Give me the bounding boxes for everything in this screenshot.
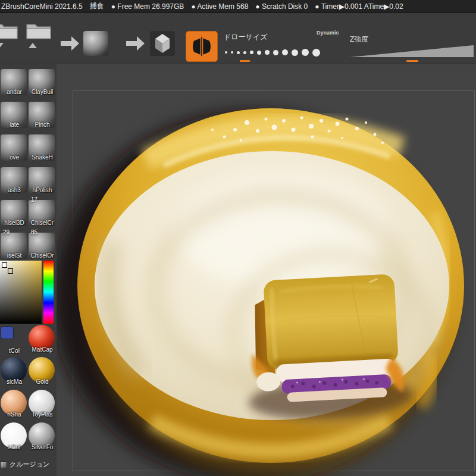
brush-label: andar <box>1 89 28 95</box>
brush-item-chiselorganic[interactable]: 85 ChiselOr <box>29 233 55 259</box>
primitive-cube-button[interactable] <box>150 31 175 56</box>
arrow-right-icon <box>61 36 80 54</box>
brush-label: ChiselCr <box>29 220 56 226</box>
sandwich-piece <box>242 273 414 423</box>
material-label: Gold <box>29 378 56 385</box>
occlusion-icon <box>0 461 7 468</box>
color-selector-primary <box>2 262 7 268</box>
draw-size-slider[interactable] <box>225 48 320 57</box>
dynamic-label: Dynamic <box>317 30 339 36</box>
material-label: nSha <box>1 411 28 418</box>
brush-item-chiselstar[interactable]: 29 iselSt <box>1 233 27 259</box>
stat-timer: ● Timer▶0.001 ATime▶0.02 <box>315 2 403 11</box>
stat-active-mem: ● Active Mem 568 <box>191 2 248 11</box>
cube-icon <box>150 31 175 56</box>
material-label: tCol <box>1 347 28 354</box>
brush-item-pinch[interactable]: Pinch <box>29 102 55 128</box>
material-white[interactable]: t Col <box>1 422 27 449</box>
brush-label: late <box>1 121 28 128</box>
material-label: MatCap <box>29 346 56 353</box>
stat-scratch-disk: ● Scratch Disk 0 <box>255 2 308 11</box>
brush-label: ClayBuil <box>29 89 56 95</box>
material-label: SilverFo <box>29 444 56 450</box>
occlusion-label: クルージョン <box>10 460 49 469</box>
brush-badge: 17 <box>31 196 37 203</box>
color-selector-secondary <box>8 268 13 274</box>
brush-label: SnakeH <box>29 154 56 161</box>
material-silverfoil[interactable]: SilverFo <box>29 422 55 449</box>
open-project-button[interactable] <box>0 20 19 55</box>
folder-open-icon <box>0 20 19 40</box>
brush-label: ash3 <box>1 187 28 193</box>
z-intensity-slider[interactable] <box>350 44 474 60</box>
wedge-icon <box>350 44 474 57</box>
chevron-up-icon <box>29 43 37 48</box>
left-tray: andar ClayBuil late Pinch ove SnakeH <box>0 64 57 476</box>
material-toyplastic[interactable]: ToyPlas <box>29 390 55 416</box>
z-intensity-marker <box>406 60 418 62</box>
draw-size-label: ドローサイズ <box>224 32 267 42</box>
brush-item-chisel3d[interactable]: hisel3D <box>1 200 27 226</box>
color-picker-hue-strip[interactable] <box>43 261 54 324</box>
document-title: 捕食 <box>90 1 104 11</box>
brush-label: hisel3D <box>1 220 28 226</box>
brush-badge: 85 <box>31 229 37 236</box>
material-label: ToyPlas <box>29 411 56 418</box>
brush-item-standard[interactable]: andar <box>1 69 27 95</box>
symmetry-toggle-button[interactable] <box>186 31 218 62</box>
arrow-right-icon <box>126 36 145 54</box>
mirror-icon <box>189 35 214 58</box>
brush-item-move[interactable]: ove <box>1 134 27 161</box>
stat-free-mem: ● Free Mem 26.997GB <box>111 2 184 11</box>
sculpt-canvas[interactable] <box>57 64 476 476</box>
brush-label: ChiselOr <box>29 252 56 259</box>
toolbar: ドローサイズ Dynamic Z強度 <box>0 13 476 64</box>
chevron-down-icon <box>0 43 4 48</box>
z-intensity-label: Z強度 <box>350 35 368 45</box>
material-label: t Col <box>1 444 28 450</box>
material-skinshade[interactable]: nSha <box>1 390 27 416</box>
brush-item-inflate[interactable]: late <box>1 102 27 128</box>
brush-badge: 29 <box>3 229 10 236</box>
brush-item-snakehook[interactable]: SnakeH <box>29 134 55 161</box>
titlebar: ZBrushCoreMini 2021.6.5 捕食 ● Free Mem 26… <box>0 0 476 13</box>
folder-save-icon <box>25 20 52 40</box>
material-flat-color-swatch[interactable] <box>1 326 14 339</box>
primitive-sphere-button[interactable] <box>83 31 108 56</box>
zbrush-window: ZBrushCoreMini 2021.6.5 捕食 ● Free Mem 26… <box>0 0 476 476</box>
sculpt-model <box>57 64 476 476</box>
save-project-button[interactable] <box>25 20 52 55</box>
material-gold[interactable]: Gold <box>29 357 55 383</box>
occlusion-button[interactable]: クルージョン <box>0 460 49 469</box>
brush-label: iselSt <box>1 252 28 259</box>
material-label: sicMa <box>1 378 28 385</box>
color-picker-sv-square[interactable] <box>0 261 42 324</box>
material-basic[interactable]: sicMa <box>1 357 27 383</box>
brush-item-chiselcreature[interactable]: 17 ChiselCr <box>29 200 55 226</box>
material-matcap[interactable]: MatCap <box>29 325 55 351</box>
brush-item-hpolish[interactable]: hPolish <box>29 167 55 193</box>
draw-size-marker <box>240 60 250 62</box>
app-title: ZBrushCoreMini 2021.6.5 <box>1 2 83 11</box>
brush-label: Pinch <box>29 121 56 128</box>
brush-item-claybuildup[interactable]: ClayBuil <box>29 69 55 95</box>
brush-item-slash3[interactable]: ash3 <box>1 167 27 193</box>
brush-label: hPolish <box>29 187 56 193</box>
brush-label: ove <box>1 154 28 161</box>
